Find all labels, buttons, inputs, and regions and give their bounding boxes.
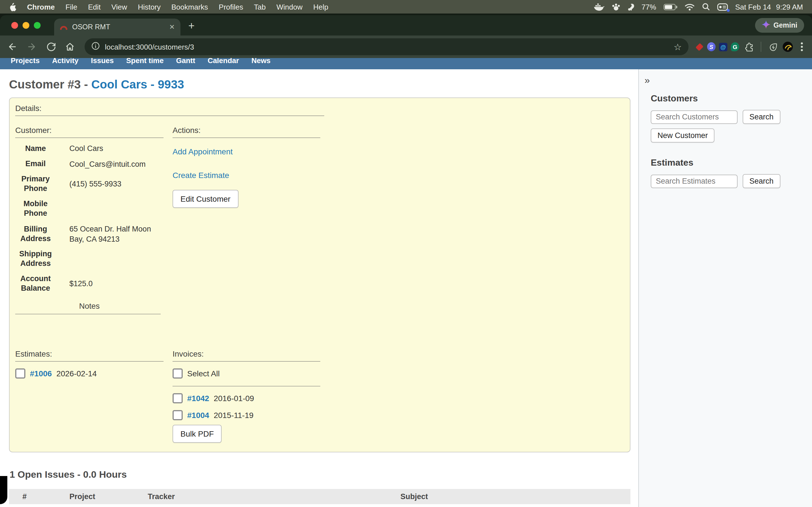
invoice-date: 2015-11-19: [214, 411, 253, 420]
field-value: Cool Cars: [69, 144, 160, 154]
browser-tab[interactable]: OSOR RMT ✕: [54, 18, 181, 36]
bulk-pdf-button[interactable]: Bulk PDF: [172, 425, 221, 443]
field-label: Billing Address: [15, 224, 56, 244]
estimate-checkbox[interactable]: [15, 369, 26, 379]
actions-title: Actions:: [172, 126, 623, 135]
field-row: Email Cool_Cars@intuit.com: [15, 159, 163, 169]
field-row: Account Balance $125.0: [15, 274, 163, 293]
select-all-checkbox[interactable]: [172, 369, 183, 379]
macos-menubar: Chrome File Edit View History Bookmarks …: [0, 0, 812, 13]
search-estimates-input[interactable]: [651, 174, 738, 188]
screen: Chrome File Edit View History Bookmarks …: [0, 0, 812, 507]
reload-icon[interactable]: [43, 39, 59, 55]
menubar-item-help[interactable]: Help: [313, 3, 328, 11]
nav-calendar[interactable]: Calendar: [201, 58, 245, 68]
menubar-item-history[interactable]: History: [138, 3, 161, 11]
home-icon[interactable]: [62, 39, 78, 55]
menubar-item-view[interactable]: View: [111, 3, 127, 11]
edit-customer-button[interactable]: Edit Customer: [172, 190, 238, 208]
extension-at-icon[interactable]: @: [719, 43, 727, 51]
invoice-row: #1042 2016-01-09: [172, 393, 623, 403]
field-value: $125.0: [69, 279, 160, 289]
new-customer-button[interactable]: New Customer: [651, 128, 715, 143]
nav-projects[interactable]: Projects: [4, 58, 46, 68]
tab-close-icon[interactable]: ✕: [169, 23, 175, 31]
menubar-item-edit[interactable]: Edit: [88, 3, 101, 11]
nav-news[interactable]: News: [245, 58, 277, 68]
search-estimates-button[interactable]: Search: [743, 174, 780, 188]
field-value: Cool_Cars@intuit.com: [69, 159, 160, 169]
open-issues-heading: 1 Open Issues - 0.0 Hours: [10, 469, 630, 481]
gemini-button[interactable]: Gemini: [755, 18, 804, 33]
menubar-app-name[interactable]: Chrome: [27, 3, 55, 11]
invoice-checkbox[interactable]: [172, 410, 183, 420]
extension-s-icon[interactable]: S: [707, 43, 716, 51]
browser-menu-icon[interactable]: [796, 39, 808, 55]
nav-gantt[interactable]: Gantt: [170, 58, 201, 68]
page-title: Customer #3 - Cool Cars - 9933: [9, 77, 630, 91]
field-label: Name: [15, 144, 56, 154]
tab-strip: OSOR RMT ✕ + Gemini: [0, 15, 812, 36]
divider: [15, 314, 161, 314]
user-switcher-icon[interactable]: [717, 3, 728, 10]
estimates-title: Estimates:: [15, 349, 163, 358]
bookmark-star-icon[interactable]: ☆: [673, 41, 682, 52]
menubar-item-file[interactable]: File: [65, 3, 77, 11]
extension-red-icon[interactable]: [695, 43, 704, 51]
gemini-label: Gemini: [773, 21, 797, 29]
estimate-link[interactable]: #1006: [30, 369, 52, 378]
menubar-time: 9:29 AM: [776, 3, 803, 11]
wifi-icon[interactable]: [684, 3, 695, 10]
paw-icon[interactable]: [612, 3, 620, 11]
url-text[interactable]: localhost:3000/customers/3: [105, 43, 668, 51]
docker-icon[interactable]: [594, 3, 604, 11]
invoice-row: #1004 2015-11-19: [172, 410, 623, 420]
site-info-icon[interactable]: [91, 42, 100, 52]
menubar-item-bookmarks[interactable]: Bookmarks: [171, 3, 208, 11]
squirrel-icon[interactable]: [627, 3, 634, 11]
customer-name-link[interactable]: Cool Cars - 9933: [91, 78, 184, 91]
sidebar-estimates-title: Estimates: [651, 158, 806, 168]
menubar-clock[interactable]: Sat Feb 14 9:29 AM: [735, 3, 803, 11]
minimize-window-button[interactable]: [22, 22, 29, 29]
field-row: Billing Address 65 Ocean Dr. Half Moon B…: [15, 224, 163, 244]
nav-spent-time[interactable]: Spent time: [120, 58, 170, 68]
invoice-date: 2016-01-09: [214, 394, 254, 403]
menubar-item-profiles[interactable]: Profiles: [219, 3, 243, 11]
estimate-row: #1006 2026-02-14: [15, 369, 163, 379]
performance-leaf-icon[interactable]: [767, 39, 779, 55]
menubar-item-window[interactable]: Window: [276, 3, 303, 11]
create-estimate-link[interactable]: Create Estimate: [172, 171, 623, 180]
divider: [15, 361, 163, 362]
menubar-item-tab[interactable]: Tab: [254, 3, 266, 11]
sidebar-customers-title: Customers: [651, 94, 806, 104]
search-customers-button[interactable]: Search: [743, 110, 780, 124]
nav-issues[interactable]: Issues: [85, 58, 120, 68]
spotlight-search-icon[interactable]: [702, 3, 710, 11]
address-bar[interactable]: localhost:3000/customers/3 ☆: [85, 38, 689, 55]
add-appointment-link[interactable]: Add Appointment: [172, 147, 623, 156]
apple-icon[interactable]: [9, 3, 16, 11]
field-label: Mobile Phone: [15, 200, 56, 219]
tab-title: OSOR RMT: [72, 23, 169, 31]
search-customers-input[interactable]: [651, 110, 738, 124]
notification-dot: [726, 9, 729, 11]
right-sidebar: » Customers Search New Customer Estimate…: [638, 69, 812, 507]
grammarly-icon[interactable]: G: [731, 43, 739, 51]
invoice-checkbox[interactable]: [172, 393, 183, 403]
zoom-window-button[interactable]: [34, 22, 41, 29]
back-icon[interactable]: [4, 39, 20, 55]
nav-activity[interactable]: Activity: [46, 58, 85, 68]
divider: [172, 137, 320, 138]
sidebar-collapse-icon[interactable]: »: [645, 75, 650, 86]
invoice-link[interactable]: #1042: [187, 394, 209, 403]
extensions-puzzle-icon[interactable]: [743, 39, 755, 55]
forward-icon[interactable]: [24, 39, 40, 55]
estimate-date: 2026-02-14: [56, 369, 97, 378]
new-tab-button[interactable]: +: [188, 20, 195, 31]
invoice-link[interactable]: #1004: [187, 411, 209, 420]
close-window-button[interactable]: [11, 22, 18, 29]
battery-icon[interactable]: [663, 4, 677, 10]
profile-avatar[interactable]: [783, 42, 793, 52]
divider: [15, 137, 163, 138]
